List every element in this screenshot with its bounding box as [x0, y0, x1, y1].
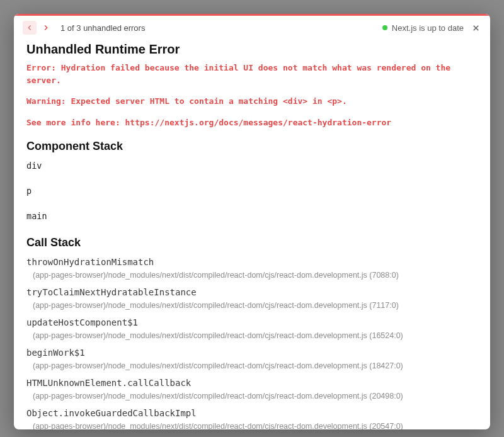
close-icon — [471, 23, 481, 33]
call-stack-heading: Call Stack — [26, 236, 478, 249]
call-stack-frame: Object.invokeGuardedCallbackImpl (app-pa… — [26, 408, 478, 429]
call-stack-frame: updateHostComponent$1 (app-pages-browser… — [26, 317, 478, 340]
frame-function: beginWork$1 — [26, 348, 478, 358]
error-line: Error: Hydration failed because the init… — [26, 62, 478, 86]
frame-function: Object.invokeGuardedCallbackImpl — [26, 408, 478, 418]
status-text: Next.js is up to date — [392, 23, 464, 33]
overlay-content: Unhandled Runtime Error Error: Hydration… — [14, 40, 490, 429]
call-stack-frame: throwOnHydrationMismatch (app-pages-brow… — [26, 257, 478, 280]
overlay-header: 1 of 3 unhandled errors Next.js is up to… — [14, 16, 490, 40]
call-stack-frame: beginWork$1 (app-pages-browser)/node_mod… — [26, 348, 478, 370]
frame-location: (app-pages-browser)/node_modules/next/di… — [26, 301, 478, 310]
frame-location: (app-pages-browser)/node_modules/next/di… — [26, 392, 478, 400]
frame-location: (app-pages-browser)/node_modules/next/di… — [26, 422, 478, 429]
call-stack: throwOnHydrationMismatch (app-pages-brow… — [26, 257, 478, 429]
status-indicator-icon — [382, 25, 387, 30]
next-error-button[interactable] — [39, 21, 53, 35]
error-overlay: 1 of 3 unhandled errors Next.js is up to… — [14, 14, 490, 429]
call-stack-frame: HTMLUnknownElement.callCallback (app-pag… — [26, 378, 478, 400]
component-stack-item: main — [26, 211, 478, 221]
error-message-block: Error: Hydration failed because the init… — [26, 62, 478, 128]
frame-function: HTMLUnknownElement.callCallback — [26, 378, 478, 388]
error-title: Unhandled Runtime Error — [26, 42, 478, 57]
error-nav — [23, 21, 53, 35]
frame-location: (app-pages-browser)/node_modules/next/di… — [26, 271, 478, 280]
frame-function: updateHostComponent$1 — [26, 317, 478, 327]
component-stack-item: p — [26, 186, 478, 196]
frame-function: throwOnHydrationMismatch — [26, 257, 478, 267]
component-stack-item: div — [26, 161, 478, 171]
close-button[interactable] — [470, 22, 481, 33]
component-stack-heading: Component Stack — [26, 140, 478, 153]
component-stack: div p main — [26, 161, 478, 221]
arrow-right-icon — [42, 23, 50, 32]
frame-function: tryToClaimNextHydratableInstance — [26, 287, 478, 297]
arrow-left-icon — [25, 23, 34, 32]
frame-location: (app-pages-browser)/node_modules/next/di… — [26, 331, 478, 340]
frame-location: (app-pages-browser)/node_modules/next/di… — [26, 361, 478, 370]
error-count-text: 1 of 3 unhandled errors — [60, 23, 145, 33]
prev-error-button[interactable] — [23, 21, 37, 35]
error-line: Warning: Expected server HTML to contain… — [26, 95, 478, 108]
error-line: See more info here: https://nextjs.org/d… — [26, 116, 478, 129]
call-stack-frame: tryToClaimNextHydratableInstance (app-pa… — [26, 287, 478, 310]
